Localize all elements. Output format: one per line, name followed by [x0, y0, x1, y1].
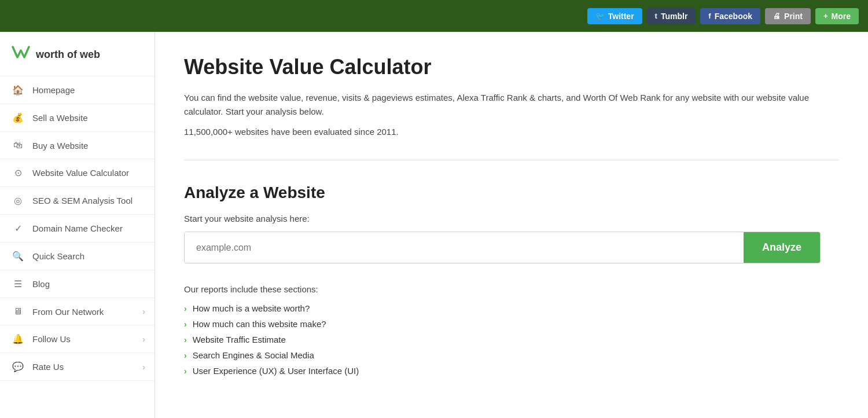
network-icon: 🖥 [12, 306, 24, 317]
more-icon: + [823, 12, 828, 20]
tumblr-label: Tumblr [661, 12, 687, 21]
twitter-button[interactable]: 🐦 Twitter [587, 8, 642, 24]
reports-intro: Our reports include these sections: [184, 284, 839, 294]
analyze-section-title: Analyze a Website [184, 184, 839, 202]
chevron-right-icon-rate: › [142, 362, 145, 372]
report-item-4: Search Engines & Social Media [193, 350, 314, 360]
facebook-icon: f [708, 12, 711, 20]
sidebar-item-network-label: From Our Network [32, 307, 104, 317]
analyze-start-label: Start your website analysis here: [184, 214, 839, 223]
seo-icon: ◎ [12, 195, 24, 206]
list-item: › Search Engines & Social Media [184, 350, 839, 360]
sidebar-item-rate-label: Rate Us [32, 362, 64, 372]
sidebar-item-follow-us[interactable]: 🔔 Follow Us › [0, 325, 155, 353]
buy-icon: 🛍 [12, 140, 24, 151]
facebook-label: Facebook [715, 12, 752, 21]
sidebar-item-seo-label: SEO & SEM Analysis Tool [32, 196, 133, 206]
analyze-form: Analyze [184, 232, 821, 263]
bell-icon: 🔔 [12, 333, 24, 344]
list-item: › User Experience (UX) & User Interface … [184, 366, 839, 376]
report-item-2: How much can this website make? [193, 319, 326, 329]
calculator-icon: ⊙ [12, 167, 24, 178]
page-description: You can find the website value, revenue,… [184, 91, 821, 119]
sidebar-item-quick-search[interactable]: 🔍 Quick Search [0, 243, 155, 270]
top-bar: 🐦 Twitter t Tumblr f Facebook 🖨 Print + … [0, 0, 868, 32]
sidebar-item-value-label: Website Value Calculator [32, 168, 129, 178]
twitter-icon: 🐦 [595, 12, 605, 20]
home-icon: 🏠 [12, 85, 24, 96]
sidebar-item-seo-sem[interactable]: ◎ SEO & SEM Analysis Tool [0, 187, 155, 215]
report-item-5: User Experience (UX) & User Interface (U… [193, 366, 359, 376]
print-button[interactable]: 🖨 Print [765, 8, 811, 24]
sell-icon: 💰 [12, 112, 24, 123]
report-list: › How much is a website worth? › How muc… [184, 303, 839, 376]
chevron-right-icon-follow: › [142, 335, 145, 344]
logo-text: worth of web [36, 49, 100, 61]
arrow-icon-5: › [184, 366, 187, 376]
sidebar-item-search-label: Quick Search [32, 251, 84, 261]
sidebar-item-blog[interactable]: ☰ Blog [0, 270, 155, 298]
sidebar-item-sell-website[interactable]: 💰 Sell a Website [0, 104, 155, 132]
sidebar-item-from-network[interactable]: 🖥 From Our Network › [0, 298, 155, 325]
sidebar-item-blog-label: Blog [32, 279, 50, 289]
print-label: Print [784, 12, 803, 21]
arrow-icon-1: › [184, 304, 187, 313]
sidebar-item-homepage-label: Homepage [32, 85, 75, 95]
sidebar-item-buy-website[interactable]: 🛍 Buy a Website [0, 132, 155, 159]
section-divider [184, 160, 839, 160]
sidebar: worth of web 🏠 Homepage 💰 Sell a Website… [0, 32, 155, 418]
layout: worth of web 🏠 Homepage 💰 Sell a Website… [0, 32, 868, 418]
list-item: › Website Traffic Estimate [184, 335, 839, 344]
arrow-icon-4: › [184, 351, 187, 360]
sidebar-item-rate-us[interactable]: 💬 Rate Us › [0, 353, 155, 381]
list-item: › How much is a website worth? [184, 303, 839, 313]
page-title: Website Value Calculator [184, 55, 839, 79]
arrow-icon-3: › [184, 335, 187, 344]
more-button[interactable]: + More [815, 8, 859, 24]
tumblr-icon: t [655, 12, 657, 20]
facebook-button[interactable]: f Facebook [700, 8, 760, 24]
sidebar-item-domain-label: Domain Name Checker [32, 223, 123, 233]
twitter-label: Twitter [608, 12, 634, 21]
sidebar-item-domain-checker[interactable]: ✓ Domain Name Checker [0, 215, 155, 243]
sidebar-item-sell-label: Sell a Website [32, 113, 88, 123]
print-icon: 🖨 [773, 12, 781, 20]
page-stat: 11,500,000+ websites have been evaluated… [184, 127, 839, 137]
domain-icon: ✓ [12, 223, 24, 234]
chevron-right-icon: › [142, 307, 145, 316]
blog-icon: ☰ [12, 278, 24, 289]
more-label: More [832, 12, 851, 21]
list-item: › How much can this website make? [184, 319, 839, 329]
analyze-input[interactable] [185, 232, 744, 263]
sidebar-item-homepage[interactable]: 🏠 Homepage [0, 76, 155, 104]
rate-icon: 💬 [12, 361, 24, 372]
tumblr-button[interactable]: t Tumblr [647, 8, 696, 24]
report-item-1: How much is a website worth? [193, 303, 310, 313]
sidebar-item-buy-label: Buy a Website [32, 141, 88, 151]
sidebar-item-follow-label: Follow Us [32, 334, 71, 344]
report-item-3: Website Traffic Estimate [193, 335, 286, 344]
logo[interactable]: worth of web [0, 38, 155, 76]
analyze-button[interactable]: Analyze [744, 232, 820, 263]
main-content: Website Value Calculator You can find th… [155, 32, 868, 418]
search-icon: 🔍 [12, 251, 24, 262]
logo-icon [12, 45, 30, 64]
arrow-icon-2: › [184, 320, 187, 329]
sidebar-item-website-value[interactable]: ⊙ Website Value Calculator [0, 159, 155, 187]
